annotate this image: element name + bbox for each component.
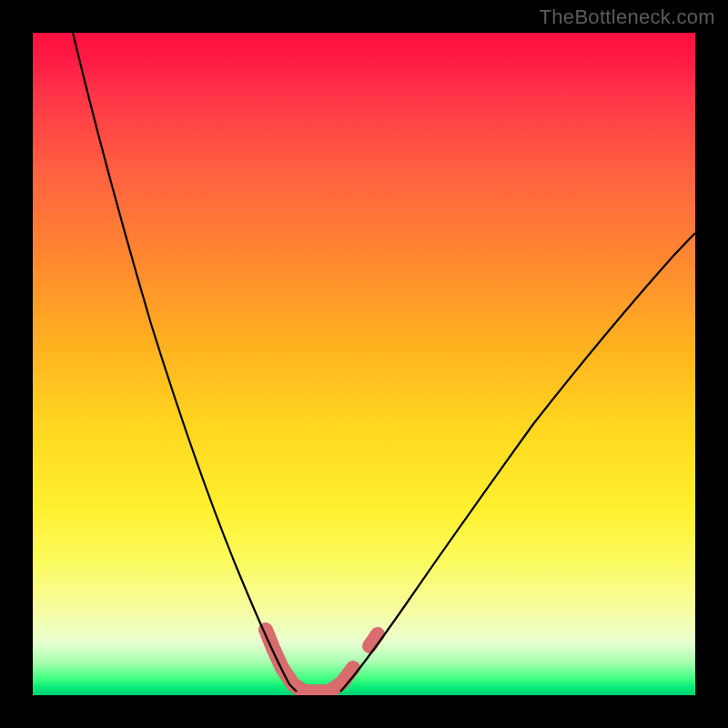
plot-area: [33, 33, 695, 695]
left-curve: [73, 33, 297, 692]
valley-highlight: [266, 630, 353, 692]
chart-frame: TheBottleneck.com: [0, 0, 728, 728]
watermark-text: TheBottleneck.com: [540, 5, 715, 29]
curves-layer: [33, 33, 695, 695]
right-curve: [340, 233, 695, 692]
